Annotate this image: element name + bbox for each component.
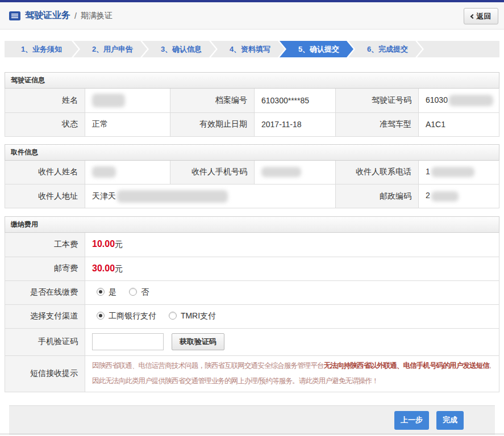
- step-3[interactable]: 3、确认信息: [142, 41, 216, 57]
- zip-value: 2: [419, 185, 499, 208]
- step-3-label: 3、确认信息: [161, 44, 202, 54]
- mail-fee-unit: 元: [115, 264, 123, 273]
- expiry-value: 2017-11-18: [255, 112, 336, 136]
- step-5[interactable]: 5、确认提交: [280, 41, 353, 57]
- online-no-label: 否: [141, 287, 149, 296]
- section-license-info: 驾驶证信息 姓名 档案编号 610300****85 驾驶证号码 61030 状…: [5, 72, 499, 137]
- tmri-pay-label: TMRI支付: [181, 311, 216, 320]
- table-row: 短信接收提示 因陕西省联通、电信运营商技术问题，陕西省互联网交通安全综合服务管理…: [5, 355, 499, 392]
- step-2[interactable]: 2、用户申告: [73, 41, 147, 57]
- table-row: 姓名 档案编号 610300****85 驾驶证号码 61030: [5, 89, 499, 112]
- online-pay-label: 是否在线缴费: [5, 280, 85, 304]
- address-label: 收件人地址: [5, 185, 85, 208]
- sms-notice-text: 因陕西省联通、电信运营商技术问题，陕西省互联网交通安全综合服务管理平台无法向持陕…: [92, 358, 492, 389]
- delivery-info-table: 收件人姓名 收件人手机号码 收件人联系电话 1 收件人地址 天津天 邮政编码 2: [5, 161, 499, 209]
- mobile-value: [255, 161, 336, 185]
- vehicle-label: 准驾车型: [336, 112, 419, 136]
- section-delivery-title: 取件信息: [5, 144, 499, 161]
- online-yes-label: 是: [109, 287, 116, 296]
- license-no-value: 61030: [419, 89, 499, 112]
- step-4-label: 4、资料填写: [230, 44, 270, 54]
- previous-step-button[interactable]: 上一步: [394, 411, 429, 430]
- finish-button[interactable]: 完成: [436, 411, 464, 430]
- notice-part-strong: 无法向持陕西省以外联通、电信手机号码的用户发送短信: [324, 362, 489, 370]
- redacted-zip: [431, 191, 459, 202]
- table-row: 收件人姓名 收件人手机号码 收件人联系电话 1: [5, 161, 499, 185]
- notice-part-1: 因陕西省联通、电信运营商技术问题，陕西省互联网交通安全综合服务管理平台: [92, 362, 324, 370]
- redacted-license-no: [449, 95, 493, 106]
- table-row: 选择支付渠道 工商银行支付 TMRI支付: [5, 304, 499, 328]
- redacted-phone: [431, 167, 474, 177]
- name-label: 姓名: [5, 89, 85, 112]
- breadcrumb-current: 期满换证: [81, 11, 113, 21]
- name-value: [85, 89, 170, 112]
- sms-code-label: 手机验证码: [5, 328, 85, 355]
- phone-prefix: 1: [426, 167, 430, 176]
- step-1-label: 1、业务须知: [21, 44, 62, 54]
- sms-code-field: 获取验证码: [85, 328, 499, 355]
- fees-table: 工本费 10.00元 邮寄费 30.00元 是否在线缴费 是 否 选择支付渠道 …: [5, 233, 499, 392]
- online-pay-options: 是 否: [85, 280, 499, 304]
- icbc-pay-label: 工商银行支付: [109, 311, 156, 320]
- address-prefix: 天津天: [92, 191, 116, 200]
- redacted-recipient: [92, 166, 116, 178]
- vehicle-value: A1C1: [419, 112, 499, 136]
- back-button[interactable]: 返回: [464, 8, 498, 24]
- pay-channel-options: 工商银行支付 TMRI支付: [85, 304, 499, 328]
- footer-action-bar: 上一步 完成: [9, 405, 495, 435]
- status-value: 正常: [85, 112, 170, 136]
- license-info-table: 姓名 档案编号 610300****85 驾驶证号码 61030 状态 正常 有…: [5, 89, 499, 137]
- page-title: 驾驶证业务: [25, 10, 70, 22]
- table-row: 工本费 10.00元: [5, 233, 499, 257]
- icbc-pay-radio[interactable]: [97, 312, 105, 320]
- zip-label: 邮政编码: [336, 185, 419, 208]
- form-icon: [9, 11, 20, 20]
- back-arrow-icon: [470, 14, 474, 18]
- page-header: 驾驶证业务 / 期满换证 返回: [0, 2, 504, 30]
- step-5-label: 5、确认提交: [298, 44, 339, 54]
- online-no-radio[interactable]: [129, 288, 137, 296]
- phone-value: 1: [419, 161, 499, 185]
- phone-label: 收件人联系电话: [336, 161, 419, 185]
- step-wizard-filler: [417, 41, 499, 57]
- table-row: 状态 正常 有效期止日期 2017-11-18 准驾车型 A1C1: [5, 112, 499, 136]
- online-yes-radio[interactable]: [97, 288, 105, 296]
- back-button-label: 返回: [477, 11, 491, 22]
- status-label: 状态: [5, 112, 85, 136]
- step-wizard: 1、业务须知 2、用户申告 3、确认信息 4、资料填写 5、确认提交 6、完成提…: [5, 41, 499, 57]
- step-4[interactable]: 4、资料填写: [211, 41, 285, 57]
- file-no-value: 610300****85: [255, 89, 336, 112]
- tmri-pay-radio[interactable]: [169, 312, 177, 320]
- get-code-button[interactable]: 获取验证码: [172, 333, 224, 350]
- license-no-prefix: 61030: [426, 95, 448, 104]
- work-fee-value: 10.00元: [85, 233, 499, 257]
- license-no-label: 驾驶证号码: [336, 89, 419, 112]
- sms-code-input[interactable]: [92, 333, 164, 350]
- step-1[interactable]: 1、业务须知: [5, 41, 78, 57]
- section-fees: 缴纳费用 工本费 10.00元 邮寄费 30.00元 是否在线缴费 是 否 选择…: [5, 216, 499, 392]
- sms-notice-text-cell: 因陕西省联通、电信运营商技术问题，陕西省互联网交通安全综合服务管理平台无法向持陕…: [85, 355, 499, 392]
- address-value: 天津天: [85, 185, 336, 208]
- work-fee-amount: 10.00: [92, 239, 115, 249]
- step-2-label: 2、用户申告: [92, 44, 133, 54]
- work-fee-label: 工本费: [5, 233, 85, 257]
- redacted-address: [117, 190, 228, 203]
- redacted-name: [92, 94, 125, 107]
- section-license-title: 驾驶证信息: [5, 72, 499, 89]
- step-6[interactable]: 6、完成提交: [348, 41, 422, 57]
- table-row: 是否在线缴费 是 否: [5, 280, 499, 304]
- work-fee-unit: 元: [115, 240, 123, 249]
- mail-fee-value: 30.00元: [85, 257, 499, 280]
- page-bottom-divider: [0, 434, 504, 434]
- zip-prefix: 2: [426, 191, 430, 200]
- section-delivery-info: 取件信息 收件人姓名 收件人手机号码 收件人联系电话 1 收件人地址 天津天 邮…: [5, 144, 499, 209]
- redacted-mobile: [261, 167, 301, 177]
- table-row: 收件人地址 天津天 邮政编码 2: [5, 185, 499, 208]
- file-no-label: 档案编号: [170, 89, 255, 112]
- recipient-label: 收件人姓名: [5, 161, 85, 185]
- sms-notice-label: 短信接收提示: [5, 355, 85, 392]
- expiry-label: 有效期止日期: [170, 112, 255, 136]
- section-fees-title: 缴纳费用: [5, 216, 499, 233]
- mail-fee-amount: 30.00: [92, 263, 115, 273]
- table-row: 手机验证码 获取验证码: [5, 328, 499, 355]
